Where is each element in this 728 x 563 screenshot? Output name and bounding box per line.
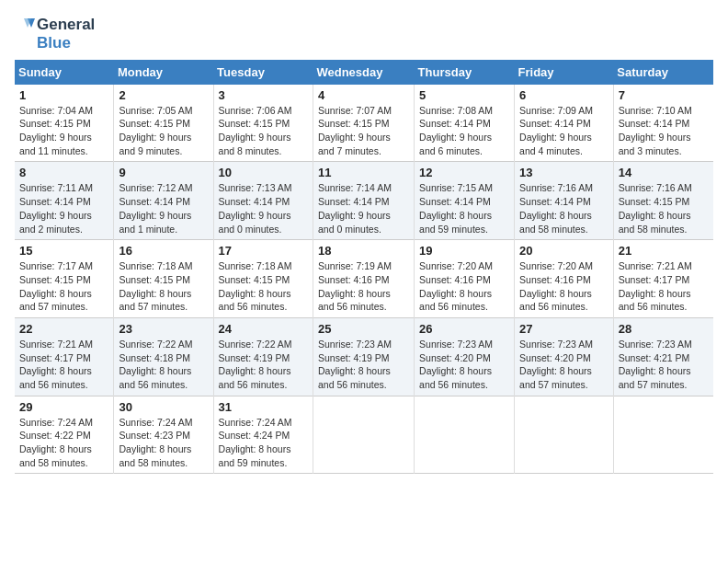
- day-number: 14: [619, 166, 709, 179]
- day-number: 10: [219, 166, 308, 179]
- day-number: 21: [619, 244, 709, 258]
- day-cell: [415, 396, 515, 474]
- day-number: 27: [519, 322, 609, 336]
- day-cell: 15 Sunrise: 7:17 AM Sunset: 4:15 PM Dayl…: [15, 240, 114, 318]
- day-number: 15: [19, 244, 108, 258]
- day-cell: 31 Sunrise: 7:24 AM Sunset: 4:24 PM Dayl…: [213, 396, 313, 474]
- day-number: 24: [219, 322, 308, 336]
- day-info: Sunrise: 7:16 AM Sunset: 4:15 PM Dayligh…: [619, 182, 692, 234]
- day-cell: 30 Sunrise: 7:24 AM Sunset: 4:23 PM Dayl…: [114, 396, 213, 474]
- day-cell: 28 Sunrise: 7:23 AM Sunset: 4:21 PM Dayl…: [613, 317, 713, 396]
- day-number: 28: [619, 322, 709, 336]
- week-row-4: 22 Sunrise: 7:21 AM Sunset: 4:17 PM Dayl…: [15, 317, 713, 396]
- day-cell: 11 Sunrise: 7:14 AM Sunset: 4:14 PM Dayl…: [313, 162, 414, 240]
- day-number: 30: [119, 400, 208, 414]
- day-info: Sunrise: 7:19 AM Sunset: 4:16 PM Dayligh…: [318, 260, 392, 312]
- day-cell: [515, 396, 614, 474]
- day-number: 31: [219, 400, 308, 414]
- day-cell: 21 Sunrise: 7:21 AM Sunset: 4:17 PM Dayl…: [613, 240, 713, 318]
- day-number: 26: [419, 322, 509, 336]
- day-info: Sunrise: 7:24 AM Sunset: 4:24 PM Dayligh…: [219, 417, 292, 468]
- day-info: Sunrise: 7:13 AM Sunset: 4:14 PM Dayligh…: [219, 182, 292, 234]
- day-cell: 20 Sunrise: 7:20 AM Sunset: 4:16 PM Dayl…: [515, 240, 614, 318]
- day-number: 22: [19, 322, 108, 336]
- day-number: 5: [419, 88, 509, 102]
- day-info: Sunrise: 7:21 AM Sunset: 4:17 PM Dayligh…: [19, 339, 93, 390]
- header: General Blue: [15, 15, 713, 52]
- day-cell: 13 Sunrise: 7:16 AM Sunset: 4:14 PM Dayl…: [515, 162, 614, 240]
- col-header-sunday: Sunday: [15, 60, 114, 85]
- day-cell: 23 Sunrise: 7:22 AM Sunset: 4:18 PM Dayl…: [114, 317, 213, 396]
- day-number: 9: [119, 166, 208, 179]
- day-number: 4: [318, 88, 409, 102]
- day-info: Sunrise: 7:18 AM Sunset: 4:15 PM Dayligh…: [219, 260, 292, 312]
- day-info: Sunrise: 7:20 AM Sunset: 4:16 PM Dayligh…: [519, 260, 593, 312]
- col-header-thursday: Thursday: [415, 60, 515, 85]
- day-cell: 16 Sunrise: 7:18 AM Sunset: 4:15 PM Dayl…: [114, 240, 213, 318]
- day-cell: 7 Sunrise: 7:10 AM Sunset: 4:14 PM Dayli…: [613, 85, 713, 162]
- day-number: 13: [519, 166, 609, 179]
- day-info: Sunrise: 7:07 AM Sunset: 4:15 PM Dayligh…: [318, 105, 392, 156]
- day-number: 3: [219, 88, 308, 102]
- day-cell: 9 Sunrise: 7:12 AM Sunset: 4:14 PM Dayli…: [114, 162, 213, 240]
- day-number: 16: [119, 244, 208, 258]
- day-number: 12: [419, 166, 509, 179]
- day-number: 11: [318, 166, 409, 179]
- day-cell: 14 Sunrise: 7:16 AM Sunset: 4:15 PM Dayl…: [613, 162, 713, 240]
- day-number: 23: [119, 322, 208, 336]
- day-cell: 24 Sunrise: 7:22 AM Sunset: 4:19 PM Dayl…: [213, 317, 313, 396]
- header-row: SundayMondayTuesdayWednesdayThursdayFrid…: [15, 60, 713, 85]
- day-info: Sunrise: 7:06 AM Sunset: 4:15 PM Dayligh…: [219, 105, 292, 156]
- week-row-2: 8 Sunrise: 7:11 AM Sunset: 4:14 PM Dayli…: [15, 162, 713, 240]
- day-number: 17: [219, 244, 308, 258]
- day-cell: 26 Sunrise: 7:23 AM Sunset: 4:20 PM Dayl…: [415, 317, 515, 396]
- day-info: Sunrise: 7:23 AM Sunset: 4:20 PM Dayligh…: [419, 339, 493, 390]
- day-number: 7: [619, 88, 709, 102]
- day-number: 29: [19, 400, 108, 414]
- day-info: Sunrise: 7:24 AM Sunset: 4:23 PM Dayligh…: [119, 417, 192, 468]
- day-cell: 29 Sunrise: 7:24 AM Sunset: 4:22 PM Dayl…: [15, 396, 114, 474]
- day-info: Sunrise: 7:10 AM Sunset: 4:14 PM Dayligh…: [619, 105, 692, 156]
- week-row-5: 29 Sunrise: 7:24 AM Sunset: 4:22 PM Dayl…: [15, 396, 713, 474]
- day-number: 25: [318, 322, 409, 336]
- day-cell: [613, 396, 713, 474]
- day-info: Sunrise: 7:14 AM Sunset: 4:14 PM Dayligh…: [318, 182, 392, 234]
- day-cell: [313, 396, 414, 474]
- day-cell: 12 Sunrise: 7:15 AM Sunset: 4:14 PM Dayl…: [415, 162, 515, 240]
- day-info: Sunrise: 7:18 AM Sunset: 4:15 PM Dayligh…: [119, 260, 192, 312]
- day-number: 1: [19, 88, 108, 102]
- logo: General Blue: [15, 15, 95, 52]
- day-info: Sunrise: 7:23 AM Sunset: 4:20 PM Dayligh…: [519, 339, 593, 390]
- day-cell: 5 Sunrise: 7:08 AM Sunset: 4:14 PM Dayli…: [415, 85, 515, 162]
- day-cell: 19 Sunrise: 7:20 AM Sunset: 4:16 PM Dayl…: [415, 240, 515, 318]
- day-cell: 8 Sunrise: 7:11 AM Sunset: 4:14 PM Dayli…: [15, 162, 114, 240]
- col-header-saturday: Saturday: [613, 60, 713, 85]
- calendar-table: SundayMondayTuesdayWednesdayThursdayFrid…: [15, 60, 713, 475]
- logo-text-blue: Blue: [37, 35, 71, 52]
- day-cell: 27 Sunrise: 7:23 AM Sunset: 4:20 PM Dayl…: [515, 317, 614, 396]
- day-number: 18: [318, 244, 409, 258]
- day-number: 2: [119, 88, 208, 102]
- day-info: Sunrise: 7:23 AM Sunset: 4:21 PM Dayligh…: [619, 339, 692, 390]
- day-cell: 18 Sunrise: 7:19 AM Sunset: 4:16 PM Dayl…: [313, 240, 414, 318]
- day-cell: 22 Sunrise: 7:21 AM Sunset: 4:17 PM Dayl…: [15, 317, 114, 396]
- day-cell: 4 Sunrise: 7:07 AM Sunset: 4:15 PM Dayli…: [313, 85, 414, 162]
- col-header-monday: Monday: [114, 60, 213, 85]
- day-info: Sunrise: 7:16 AM Sunset: 4:14 PM Dayligh…: [519, 182, 593, 234]
- day-info: Sunrise: 7:08 AM Sunset: 4:14 PM Dayligh…: [419, 105, 493, 156]
- logo-text-general: General: [37, 17, 95, 34]
- day-info: Sunrise: 7:23 AM Sunset: 4:19 PM Dayligh…: [318, 339, 392, 390]
- day-cell: 6 Sunrise: 7:09 AM Sunset: 4:14 PM Dayli…: [515, 85, 614, 162]
- day-cell: 1 Sunrise: 7:04 AM Sunset: 4:15 PM Dayli…: [15, 85, 114, 162]
- week-row-3: 15 Sunrise: 7:17 AM Sunset: 4:15 PM Dayl…: [15, 240, 713, 318]
- day-number: 20: [519, 244, 609, 258]
- day-cell: 17 Sunrise: 7:18 AM Sunset: 4:15 PM Dayl…: [213, 240, 313, 318]
- day-cell: 2 Sunrise: 7:05 AM Sunset: 4:15 PM Dayli…: [114, 85, 213, 162]
- day-info: Sunrise: 7:20 AM Sunset: 4:16 PM Dayligh…: [419, 260, 493, 312]
- day-number: 6: [519, 88, 609, 102]
- day-info: Sunrise: 7:21 AM Sunset: 4:17 PM Dayligh…: [619, 260, 692, 312]
- day-number: 8: [19, 166, 108, 179]
- col-header-tuesday: Tuesday: [213, 60, 313, 85]
- col-header-friday: Friday: [515, 60, 614, 85]
- day-info: Sunrise: 7:05 AM Sunset: 4:15 PM Dayligh…: [119, 105, 192, 156]
